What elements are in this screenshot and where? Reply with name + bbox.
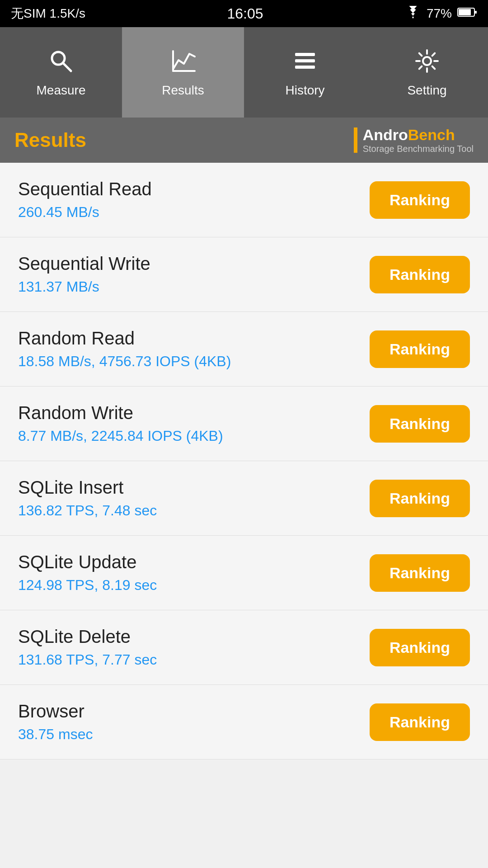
- svg-point-10: [423, 57, 431, 65]
- search-icon: [47, 47, 75, 79]
- result-name-1: Sequential Write: [18, 254, 150, 274]
- chart-icon: [169, 47, 197, 79]
- svg-rect-8: [295, 59, 315, 62]
- ranking-button-3[interactable]: Ranking: [370, 405, 470, 443]
- brand-sub-text: Storage Benchmarking Tool: [363, 144, 474, 154]
- result-name-2: Random Read: [18, 328, 231, 349]
- result-row-0: Sequential Read 260.45 MB/s Ranking: [0, 163, 488, 237]
- brand-name-2: Bench: [408, 126, 455, 143]
- results-section-title: Results: [14, 129, 86, 151]
- list-icon: [291, 47, 319, 79]
- tab-measure[interactable]: Measure: [0, 27, 122, 118]
- ranking-button-0[interactable]: Ranking: [370, 181, 470, 219]
- tab-bar: Measure Results History: [0, 27, 488, 118]
- tab-setting-label: Setting: [407, 83, 446, 98]
- brand-bar-accent: [354, 127, 357, 153]
- ranking-button-2[interactable]: Ranking: [370, 330, 470, 368]
- ranking-button-7[interactable]: Ranking: [370, 703, 470, 741]
- status-carrier: 无SIM 1.5K/s: [11, 5, 85, 22]
- svg-line-4: [63, 63, 71, 71]
- result-value-6: 131.68 TPS, 7.77 sec: [18, 651, 157, 668]
- results-list: Sequential Read 260.45 MB/s Ranking Sequ…: [0, 163, 488, 760]
- result-name-4: SQLite Insert: [18, 477, 157, 498]
- result-value-0: 260.45 MB/s: [18, 204, 152, 221]
- result-name-7: Browser: [18, 701, 93, 722]
- result-info-7: Browser 38.75 msec: [18, 701, 93, 743]
- result-info-1: Sequential Write 131.37 MB/s: [18, 254, 150, 295]
- ranking-button-6[interactable]: Ranking: [370, 629, 470, 666]
- result-value-1: 131.37 MB/s: [18, 278, 150, 295]
- result-row-5: SQLite Update 124.98 TPS, 8.19 sec Ranki…: [0, 536, 488, 610]
- result-row-6: SQLite Delete 131.68 TPS, 7.77 sec Ranki…: [0, 610, 488, 685]
- tab-results-label: Results: [162, 83, 204, 98]
- brand-name: AndroBench Storage Benchmarking Tool: [363, 126, 474, 154]
- results-header: Results AndroBench Storage Benchmarking …: [0, 118, 488, 163]
- svg-rect-7: [295, 53, 315, 56]
- result-info-0: Sequential Read 260.45 MB/s: [18, 179, 152, 221]
- svg-rect-1: [459, 9, 471, 15]
- status-time: 16:05: [227, 5, 263, 22]
- brand-logo: AndroBench Storage Benchmarking Tool: [354, 126, 474, 154]
- result-info-4: SQLite Insert 136.82 TPS, 7.48 sec: [18, 477, 157, 519]
- result-row-2: Random Read 18.58 MB/s, 4756.73 IOPS (4K…: [0, 312, 488, 387]
- result-row-3: Random Write 8.77 MB/s, 2245.84 IOPS (4K…: [0, 387, 488, 461]
- status-bar: 无SIM 1.5K/s 16:05 77%: [0, 0, 488, 27]
- result-name-6: SQLite Delete: [18, 627, 157, 647]
- result-value-3: 8.77 MB/s, 2245.84 IOPS (4KB): [18, 428, 223, 444]
- brand-text: AndroBench: [363, 126, 455, 143]
- result-value-2: 18.58 MB/s, 4756.73 IOPS (4KB): [18, 353, 231, 370]
- result-info-2: Random Read 18.58 MB/s, 4756.73 IOPS (4K…: [18, 328, 231, 370]
- svg-rect-2: [475, 11, 477, 14]
- result-value-7: 38.75 msec: [18, 726, 93, 743]
- result-name-5: SQLite Update: [18, 552, 157, 572]
- ranking-button-4[interactable]: Ranking: [370, 480, 470, 517]
- result-info-6: SQLite Delete 131.68 TPS, 7.77 sec: [18, 627, 157, 668]
- gear-icon: [413, 47, 441, 79]
- result-value-4: 136.82 TPS, 7.48 sec: [18, 502, 157, 519]
- result-row-7: Browser 38.75 msec Ranking: [0, 685, 488, 760]
- ranking-button-5[interactable]: Ranking: [370, 554, 470, 592]
- brand-name-1: Andro: [363, 126, 408, 143]
- result-value-5: 124.98 TPS, 8.19 sec: [18, 577, 157, 594]
- status-right: 77%: [405, 6, 477, 22]
- tab-setting[interactable]: Setting: [366, 27, 488, 118]
- result-name-0: Sequential Read: [18, 179, 152, 199]
- battery-icon: [457, 6, 477, 21]
- tab-history[interactable]: History: [244, 27, 366, 118]
- result-info-3: Random Write 8.77 MB/s, 2245.84 IOPS (4K…: [18, 403, 223, 444]
- result-row-1: Sequential Write 131.37 MB/s Ranking: [0, 237, 488, 312]
- svg-rect-9: [295, 66, 315, 69]
- result-info-5: SQLite Update 124.98 TPS, 8.19 sec: [18, 552, 157, 594]
- result-name-3: Random Write: [18, 403, 223, 423]
- tab-results[interactable]: Results: [122, 27, 244, 118]
- wifi-icon: [405, 6, 421, 22]
- result-row-4: SQLite Insert 136.82 TPS, 7.48 sec Ranki…: [0, 461, 488, 536]
- tab-measure-label: Measure: [37, 83, 86, 98]
- tab-history-label: History: [285, 83, 324, 98]
- ranking-button-1[interactable]: Ranking: [370, 256, 470, 293]
- battery-percent: 77%: [427, 6, 452, 21]
